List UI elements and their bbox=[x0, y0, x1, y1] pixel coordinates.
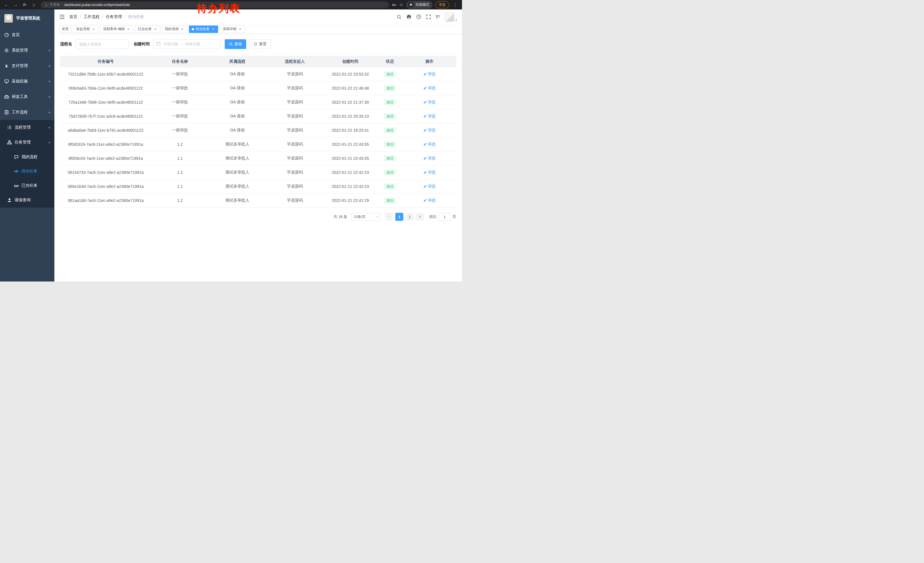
reset-button[interactable]: 重置 bbox=[249, 39, 271, 49]
table-row: 725a1eb6-7b88-11ec-8ef0-acde48001122 一级审… bbox=[60, 95, 456, 110]
approve-link[interactable]: 审批 bbox=[423, 142, 436, 147]
prev-page-button[interactable] bbox=[385, 213, 393, 221]
sidebar-item-workflow[interactable]: 工作流程 ∧ bbox=[0, 105, 54, 120]
sidebar-item-payment[interactable]: ¥ 支付管理 ∨ bbox=[0, 58, 54, 74]
update-button[interactable]: 更新 bbox=[435, 1, 449, 8]
app-logo bbox=[4, 14, 13, 23]
approve-link[interactable]: 审批 bbox=[423, 86, 436, 91]
page-button-1[interactable]: 1 bbox=[395, 213, 404, 221]
forward-icon[interactable]: → bbox=[12, 1, 20, 9]
sidebar-item-task-management[interactable]: 任务管理 ∧ bbox=[0, 135, 54, 150]
goto-page-input[interactable] bbox=[438, 213, 451, 221]
user-menu[interactable]: ▾ bbox=[444, 12, 457, 22]
breadcrumb-task-management[interactable]: 任务管理 bbox=[106, 14, 126, 20]
fullscreen-icon[interactable] bbox=[426, 14, 431, 20]
close-icon[interactable]: × bbox=[92, 27, 96, 31]
sidebar-item-home[interactable]: 首页 bbox=[0, 27, 54, 43]
cell-status: 激活 bbox=[377, 95, 403, 109]
tab-my-process[interactable]: 我的流程 × bbox=[162, 26, 187, 33]
status-badge: 激活 bbox=[384, 170, 396, 175]
cell-actions: 审批 bbox=[403, 110, 456, 123]
cell-task-name: 1.1 bbox=[151, 152, 208, 165]
tab-process-detail[interactable]: 流程详情 × bbox=[220, 26, 245, 33]
cell-task-id: 725a1eb6-7b88-11ec-8ef0-acde48001122 bbox=[60, 95, 151, 109]
process-name-input[interactable] bbox=[76, 39, 129, 49]
close-icon[interactable]: × bbox=[180, 27, 184, 31]
approve-link[interactable]: 审批 bbox=[423, 156, 436, 161]
search-icon[interactable] bbox=[396, 14, 402, 20]
tab-todo-tasks[interactable]: 待办任务 × bbox=[189, 26, 218, 33]
approve-link[interactable]: 审批 bbox=[423, 100, 436, 105]
approve-link[interactable]: 审批 bbox=[423, 198, 436, 203]
dashboard-icon bbox=[4, 33, 9, 38]
sidebar-item-done-tasks[interactable]: 已办任务 bbox=[0, 179, 54, 193]
key-icon[interactable] bbox=[392, 3, 396, 7]
cell-status: 激活 bbox=[377, 110, 403, 123]
page-size-select[interactable]: 10条/页 ▾ bbox=[351, 213, 380, 221]
font-size-icon[interactable]: TT bbox=[436, 15, 440, 19]
chevron-down-icon: ∨ bbox=[48, 126, 50, 129]
approve-link[interactable]: 审批 bbox=[423, 114, 436, 119]
tab-start-process[interactable]: 发起流程 × bbox=[73, 26, 99, 33]
filter-form: 流程名 创建时间 开始日期 - 结束日期 搜索 bbox=[60, 39, 456, 49]
sidebar-item-my-process[interactable]: 我的流程 bbox=[0, 150, 54, 164]
app-layout: 芋道管理系统 首页 系统管理 ∨ ¥ bbox=[0, 9, 462, 281]
next-page-button[interactable] bbox=[416, 213, 424, 221]
cell-initiator: 芋道源码 bbox=[266, 152, 324, 165]
approve-link[interactable]: 审批 bbox=[423, 128, 436, 133]
sidebar-collapse-icon[interactable] bbox=[60, 15, 65, 19]
table-row: a6aba0a4-7b6d-11ec-b781-acde48001122 一级审… bbox=[60, 123, 456, 137]
cell-process: OA 请假 bbox=[208, 81, 266, 95]
page-button-2[interactable]: 2 bbox=[406, 213, 414, 221]
approve-link[interactable]: 审批 bbox=[423, 72, 436, 77]
sidebar-item-todo-tasks[interactable]: 待办任务 bbox=[0, 164, 54, 179]
col-status: 状态 bbox=[377, 56, 403, 67]
cell-process: 测试多审批人 bbox=[208, 152, 266, 165]
app-logo-row[interactable]: 芋道管理系统 bbox=[0, 9, 54, 27]
back-icon[interactable]: ← bbox=[2, 1, 10, 9]
sidebar-item-system[interactable]: 系统管理 ∨ bbox=[0, 43, 54, 58]
github-icon[interactable] bbox=[406, 14, 412, 20]
home-icon[interactable]: ⌂ bbox=[30, 1, 38, 9]
sidebar-item-leave-query[interactable]: 请假查询 bbox=[0, 193, 54, 208]
browser-menu-icon[interactable]: ⋮ bbox=[452, 2, 459, 8]
breadcrumb-home[interactable]: 首页 bbox=[69, 14, 81, 20]
header-actions: ? TT ▾ bbox=[396, 12, 457, 22]
table-row: 73211d9d-7b9b-11ec-b5b7-acde48001122 一级审… bbox=[60, 67, 456, 81]
cell-initiator: 芋道源码 bbox=[266, 137, 324, 151]
sidebar-item-process-management[interactable]: 流程管理 ∨ bbox=[0, 120, 54, 135]
browser-actions: ☆ 无痕模式 更新 ⋮ bbox=[392, 1, 460, 9]
close-icon[interactable]: × bbox=[126, 27, 130, 31]
close-icon[interactable]: × bbox=[211, 27, 215, 31]
close-icon[interactable]: × bbox=[153, 27, 158, 31]
cell-task-name: 1.2 bbox=[151, 137, 208, 151]
col-task-name: 任务名称 bbox=[151, 56, 208, 67]
sidebar-item-label: 首页 bbox=[12, 32, 20, 38]
help-icon[interactable]: ? bbox=[416, 14, 422, 20]
gear-icon bbox=[4, 48, 9, 53]
cell-task-id: 8f0d1619-7ac8-11ec-a9e2-a2380e71991a bbox=[60, 137, 151, 151]
cell-status: 激活 bbox=[377, 180, 403, 193]
address-bar[interactable]: ⚠ 不安全 dashboard.yudao.iocoder.cn/bpm/tas… bbox=[40, 2, 389, 8]
date-range-separator: - bbox=[181, 42, 182, 47]
sidebar-item-infrastructure[interactable]: 基础设施 ∨ bbox=[0, 74, 54, 89]
table-row: 58154733-7ac8-11ec-a9e2-a2380e71991a 1.2… bbox=[60, 165, 456, 180]
approve-link[interactable]: 审批 bbox=[423, 184, 436, 189]
tab-home[interactable]: 首页 bbox=[59, 26, 72, 33]
sidebar-item-label: 基础设施 bbox=[12, 79, 28, 84]
date-range-picker[interactable]: 开始日期 - 结束日期 bbox=[153, 39, 221, 49]
cell-status: 激活 bbox=[377, 194, 403, 207]
incognito-label: 无痕模式 bbox=[416, 2, 429, 7]
sidebar-item-label: 请假查询 bbox=[15, 198, 31, 203]
breadcrumb-workflow[interactable]: 工作流程 bbox=[84, 14, 104, 20]
close-icon[interactable]: × bbox=[238, 27, 242, 31]
tab-form-edit[interactable]: 流程表单-编辑 × bbox=[100, 26, 134, 33]
reload-icon[interactable]: ⟳ bbox=[21, 1, 28, 9]
search-button[interactable]: 搜索 bbox=[225, 39, 246, 49]
tab-done-tasks[interactable]: 已办任务 × bbox=[135, 26, 160, 33]
sidebar-item-label: 支付管理 bbox=[12, 63, 28, 68]
bookmark-star-icon[interactable]: ☆ bbox=[399, 2, 404, 8]
sidebar-item-devtools[interactable]: 研发工具 ∨ bbox=[0, 89, 54, 105]
approve-link[interactable]: 审批 bbox=[423, 170, 436, 175]
col-task-id: 任务编号 bbox=[60, 56, 151, 67]
